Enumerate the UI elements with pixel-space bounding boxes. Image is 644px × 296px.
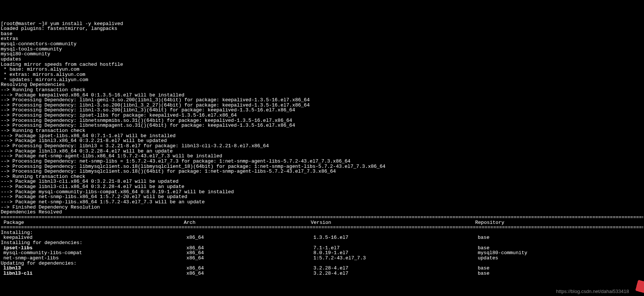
pkg-arch: x86_64 [186, 256, 313, 261]
pkg-arch: x86_64 [186, 246, 313, 251]
pkg-version: 8.0.19-1.el7 [313, 250, 478, 256]
section-label: Installing for dependencies: [1, 240, 643, 246]
output-line: --> Processing Dependency: libnl-3.so.20… [1, 108, 643, 113]
output-line: --> Processing Dependency: libmysqlclien… [1, 169, 643, 174]
output-line: Resolving Dependencies [1, 82, 643, 87]
pkg-name: mysql-community-libs-compat [1, 250, 186, 256]
col-header-package: Package [1, 220, 184, 225]
output-line: * extras: mirrors.aliyun.com [1, 72, 643, 77]
table-row: mysql-community-libs-compatx86_648.0.19-… [1, 250, 643, 256]
output-line: ---> Package ipset-libs.x86_64 0:7.1-1.e… [1, 133, 643, 139]
output-line: --> Processing Dependency: net-snmp-libs… [1, 159, 643, 164]
output-line: --> Processing Dependency: libmysqlclien… [1, 164, 643, 169]
pkg-repo: base [478, 266, 590, 271]
table-row: libnl3-clix86_643.2.28-4.el7base [1, 271, 643, 276]
output-line: ---> Package net-snmp-libs.x86_64 1:5.7.… [1, 200, 643, 205]
output-line: extras [1, 36, 643, 41]
output-line: updates [1, 57, 643, 62]
col-header-version: Version [311, 220, 475, 225]
corner-badge-icon [635, 280, 644, 294]
pkg-repo: updates [478, 256, 590, 261]
output-line: * updates: mirrors.aliyun.com [1, 77, 643, 83]
output-line: --> Processing Dependency: libnl3 = 3.2.… [1, 144, 643, 149]
table-row: ipset-libsx86_647.1-1.el7base [1, 246, 643, 251]
pkg-arch: x86_64 [186, 250, 313, 256]
output-line: --> Running transaction check [1, 128, 643, 133]
output-line: --> Processing Dependency: libnetsnmpage… [1, 123, 643, 128]
output-line: --> Processing Dependency: libnl-3.so.20… [1, 103, 643, 108]
output-line: ---> Package mysql-community-libs-compat… [1, 189, 643, 195]
pkg-arch: x86_64 [186, 271, 313, 276]
output-line: --> Running transaction check [1, 174, 643, 179]
pkg-name: libnl3 [1, 266, 186, 271]
col-header-arch: Arch [184, 220, 311, 225]
shell-prompt-line[interactable]: [root@master ~]# yum install -y keepaliv… [1, 21, 643, 27]
output-line: ---> Package net-snmp-agent-libs.x86_64 … [1, 154, 643, 159]
pkg-name: libnl3-cli [1, 271, 186, 276]
output-line: ---> Package keepalived.x86_64 0:1.3.5-1… [1, 93, 643, 98]
output-line: ---> Package libnl3-cli.x86_64 0:3.2.28-… [1, 184, 643, 189]
output-line: Loading mirror speeds from cached hostfi… [1, 62, 643, 67]
output-line: Dependencies Resolved [1, 210, 643, 215]
output-line: * base: mirrors.aliyun.com [1, 67, 643, 72]
pkg-repo: base [478, 271, 590, 276]
pkg-repo: base [478, 246, 590, 251]
output-line: --> Processing Dependency: libnl-genl-3.… [1, 98, 643, 103]
table-row: libnl3x86_643.2.28-4.el7base [1, 266, 643, 271]
output-line: --> Running transaction check [1, 87, 643, 93]
output-line: ---> Package libnl3.x86_64 0:3.2.21-8.el… [1, 138, 643, 144]
output-line: --> Processing Dependency: libnetsnmpmib… [1, 118, 643, 123]
separator-line: ========================================… [1, 215, 643, 220]
pkg-name: net-snmp-agent-libs [1, 256, 186, 261]
pkg-version: 7.1-1.el7 [313, 246, 478, 251]
output-line: mysql-tools-community [1, 47, 643, 52]
terminal-output: [root@master ~]# yum install -y keepaliv… [1, 21, 643, 276]
pkg-repo: mysql80-community [478, 250, 590, 256]
output-line: ---> Package net-snmp-libs.x86_64 1:5.7.… [1, 194, 643, 200]
output-line: base [1, 31, 643, 37]
pkg-repo: base [478, 235, 590, 240]
pkg-version: 1:5.7.2-43.el7_7.3 [313, 256, 478, 261]
output-line: ---> Package libnl3-cli.x86_64 0:3.2.21-… [1, 179, 643, 184]
pkg-version: 1.3.5-16.el7 [313, 235, 478, 240]
table-row: net-snmp-agent-libsx86_641:5.7.2-43.el7_… [1, 256, 643, 261]
pkg-version: 3.2.28-4.el7 [313, 266, 478, 271]
output-line: Loaded plugins: fastestmirror, langpacks [1, 26, 643, 31]
pkg-version: 3.2.28-4.el7 [313, 271, 478, 276]
pkg-arch: x86_64 [186, 235, 313, 240]
section-label: Installing: [1, 230, 643, 235]
pkg-arch: x86_64 [186, 266, 313, 271]
output-line: --> Finished Dependency Resolution [1, 205, 643, 210]
table-header-row: PackageArchVersionRepository [1, 220, 643, 225]
table-row: keepalivedx86_641.3.5-16.el7base [1, 235, 643, 240]
pkg-name: ipset-libs [1, 246, 186, 251]
col-header-repo: Repository [475, 220, 587, 225]
output-line: ---> Package libnl3.x86_64 0:3.2.28-4.el… [1, 149, 643, 154]
output-line: mysql-connectors-community [1, 41, 643, 47]
output-line: mysql80-community [1, 52, 643, 57]
pkg-name: keepalived [1, 235, 186, 240]
section-label: Updating for dependencies: [1, 261, 643, 266]
watermark-text: https://blog.csdn.net/dahai533418 [556, 289, 629, 294]
output-line: --> Processing Dependency: ipset-libs fo… [1, 113, 643, 118]
separator-line: ========================================… [1, 225, 643, 230]
